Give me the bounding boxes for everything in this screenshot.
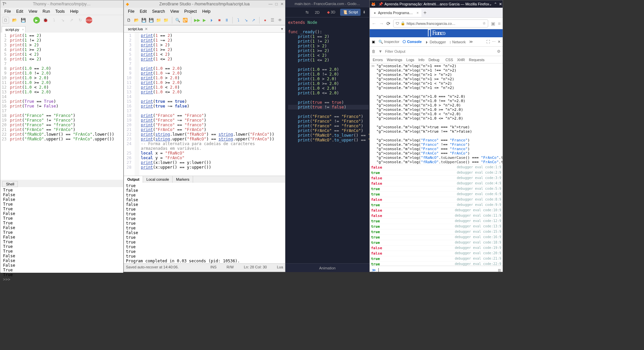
back-icon[interactable]: ← (372, 21, 376, 26)
zb-output[interactable]: true false true false false true true tr… (124, 183, 285, 263)
watch-icon[interactable]: 👁 (277, 16, 283, 24)
menu-view[interactable]: View (27, 8, 39, 14)
run-icon[interactable]: ▶ (33, 17, 40, 24)
reload-icon[interactable]: ⟳ (386, 21, 390, 26)
fl-warnings[interactable]: Warnings (385, 57, 404, 62)
url-bar[interactable]: 🛡 🔒 https://www.francogarcia.co… ☆ (393, 19, 488, 28)
fl-requests[interactable]: Requests (467, 57, 486, 62)
settings-icon[interactable]: ⚙ (497, 49, 501, 54)
tab-3d[interactable]: ◆3D (324, 9, 338, 16)
thonny-titlebar[interactable]: Tʰ Thonny - /home/franco/tmp/py… (0, 0, 123, 8)
minimize-icon[interactable]: ⌄ (489, 2, 492, 6)
tab-local-console[interactable]: Local console (143, 176, 173, 183)
more-tabs-icon[interactable]: ≫ (469, 40, 473, 44)
tabs-dropdown-icon[interactable]: ▾ (281, 27, 283, 31)
break-icon[interactable]: ⏸ (224, 16, 230, 24)
debug-icon[interactable]: 🐞 (42, 17, 49, 24)
fl-logs[interactable]: Logs (405, 57, 416, 62)
stack-icon[interactable]: ☰ (270, 16, 276, 24)
replace-icon[interactable]: 🔁 (182, 16, 188, 24)
tab-inspector[interactable]: 🔍 Inspector (378, 40, 399, 44)
responsive-icon[interactable]: ⛶ (486, 40, 490, 44)
close-icon[interactable]: ✕ (280, 2, 284, 6)
saveall-icon[interactable]: 💾 (148, 16, 154, 24)
dt-menu-icon[interactable]: ⋯ (492, 40, 496, 44)
projfind2-icon[interactable]: 📁 (163, 16, 169, 24)
godot-titlebar[interactable]: main.tscn - FrancoGarcia.com - Godo… (285, 0, 369, 7)
menu-help[interactable]: Help (68, 8, 81, 14)
menu-project[interactable]: Project (182, 8, 199, 14)
ff-titlebar[interactable]: 🦊 📌 Aprenda Programação: Aritméti…anco G… (370, 0, 503, 8)
projfind-icon[interactable]: 📁 (156, 16, 162, 24)
code-area[interactable]: print(1 == 2) print(1 != 2) print(1 > 2)… (8, 33, 116, 180)
console-output[interactable]: ≫"g">console."m">log("n">1 === "n">2) "g… (370, 63, 503, 266)
menu-help[interactable]: Help (200, 8, 213, 14)
close-icon[interactable]: ✕ (499, 2, 502, 6)
tab-console[interactable]: ⎔ Console (403, 40, 421, 44)
file-tab-script-lua[interactable]: script.lua✕ (125, 26, 150, 32)
find-icon[interactable]: 🔍 (175, 16, 181, 24)
menu-file[interactable]: File (126, 8, 136, 14)
fl-info[interactable]: Info (417, 57, 426, 62)
godot-code[interactable]: extends Node func _ready(): print(1 == 2… (285, 17, 369, 145)
export-icon[interactable]: ⬇ (363, 10, 367, 14)
tab-network[interactable]: ↕ Network (449, 40, 466, 44)
debug-run-icon[interactable]: ⏵ (209, 16, 215, 24)
step-out-icon[interactable]: ↗ (68, 17, 75, 24)
bookmark-icon[interactable]: ● (262, 16, 268, 24)
menu-edit[interactable]: Edit (138, 8, 149, 14)
step-into-icon[interactable]: ↘ (243, 16, 249, 24)
save-icon[interactable]: 💾 (141, 16, 147, 24)
tab-2d[interactable]: 2D (312, 9, 322, 16)
close-tab-icon[interactable]: × (22, 28, 24, 31)
filter-input[interactable] (385, 49, 494, 53)
tab-debugger[interactable]: ⏵ Debugger (425, 40, 446, 44)
fl-errors[interactable]: Errors (371, 57, 384, 62)
fl-debug[interactable]: Debug (427, 57, 441, 62)
thonny-editor[interactable]: 1234567891011121314151617181920212223 pr… (0, 33, 123, 180)
clear-icon[interactable]: 🗑 (372, 49, 376, 54)
menu-tools[interactable]: Tools (53, 8, 67, 14)
maximize-icon[interactable]: □ (275, 2, 278, 6)
tab-markers[interactable]: Markers (173, 176, 193, 183)
extensions-icon[interactable]: ▣ (491, 21, 495, 26)
maximize-icon[interactable]: ⌃ (494, 2, 497, 6)
step-over-icon[interactable]: ⤵ (51, 17, 57, 24)
file-tab-script-py[interactable]: script.py× (2, 26, 26, 33)
new-icon[interactable]: 🗋 (126, 16, 132, 24)
distract-free-icon[interactable]: ⇆ (306, 10, 310, 14)
run2-icon[interactable]: ▶ (201, 16, 208, 24)
console-prompt[interactable]: ≫ ▤ (370, 266, 503, 274)
godot-bottom-panel[interactable]: Animation (285, 263, 369, 272)
open-file-icon[interactable]: 📂 (11, 17, 18, 24)
browser-tab[interactable]: ●Aprenda Programação: Aritm…× (371, 9, 421, 17)
menu-edit[interactable]: Edit (14, 8, 25, 14)
zb-editor[interactable]: 1234567891011121314151617181920212223242… (124, 33, 285, 176)
zb-titlebar[interactable]: ◆ ZeroBrane Studio - /home/franco/tmp/lu… (124, 0, 285, 8)
run-icon[interactable]: ▶▶ (194, 16, 200, 24)
fl-xhr[interactable]: XHR (455, 57, 466, 62)
shell-tab[interactable]: Shell (2, 181, 18, 187)
forward-icon[interactable]: → (379, 21, 384, 26)
new-tab-icon[interactable]: + (423, 10, 426, 16)
open-icon[interactable]: 📂 (133, 16, 139, 24)
menu-run[interactable]: Run (41, 8, 52, 14)
resume-icon[interactable]: ↻ (77, 17, 84, 24)
save-file-icon[interactable]: 💾 (20, 17, 27, 24)
dt-close-icon[interactable]: ✕ (498, 40, 501, 44)
step-over-icon[interactable]: ⤵ (235, 16, 241, 24)
close-tab-icon[interactable]: × (417, 11, 419, 15)
step-out-icon[interactable]: ↗ (250, 16, 257, 24)
menu-view[interactable]: View (168, 8, 181, 14)
shell-output[interactable]: True False False True True False True Tr… (0, 187, 123, 273)
stop-icon[interactable]: ■ (216, 16, 222, 24)
menu-file[interactable]: File (2, 8, 13, 14)
devtools-select-icon[interactable]: ▣ (372, 40, 375, 44)
bookmark-icon[interactable]: ☆ (482, 21, 486, 26)
step-into-icon[interactable]: ↘ (59, 17, 66, 24)
pin-icon[interactable]: 📌 (378, 2, 383, 6)
app-menu-icon[interactable]: ≡ (498, 21, 501, 26)
shield-icon[interactable]: 🛡 (396, 21, 399, 26)
new-file-icon[interactable]: 🗋 (2, 17, 9, 24)
minimize-icon[interactable]: — (269, 2, 273, 6)
